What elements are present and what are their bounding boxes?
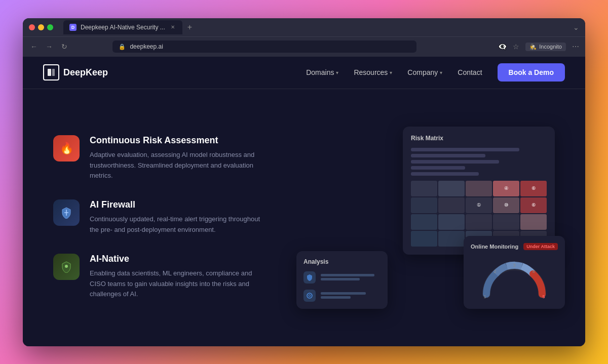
nav-links: Domains ▾ Resources ▾ Company ▾ Contact … bbox=[306, 63, 565, 82]
risk-matrix-card: Risk Matrix ④ ⑥ bbox=[403, 127, 555, 255]
logo-text: DeepKeep bbox=[63, 67, 108, 78]
privacy-icon[interactable]: 👁‍🗨 bbox=[498, 43, 507, 51]
expand-button[interactable]: ⌄ bbox=[573, 23, 579, 31]
tab-close-button[interactable]: ✕ bbox=[169, 24, 176, 31]
matrix-bar-1 bbox=[411, 148, 519, 151]
analysis-row-1 bbox=[303, 271, 381, 284]
browser-window: D Deepkeep AI-Native Security ... ✕ + ⌄ … bbox=[23, 18, 585, 346]
analysis-bars-1 bbox=[321, 274, 381, 280]
risk-cell: ④ bbox=[493, 181, 519, 196]
feature-text-firewall: AI Firewall Continuously updated, real-t… bbox=[90, 199, 266, 235]
risk-cell bbox=[466, 214, 492, 230]
nav-item-company[interactable]: Company ▾ bbox=[407, 68, 442, 76]
incognito-badge: 🕵 Incognito bbox=[525, 43, 566, 51]
monitoring-card: Online Monitoring Under Attack bbox=[464, 236, 565, 309]
website-content: DeepKeep Domains ▾ Resources ▾ Company ▾… bbox=[23, 57, 585, 346]
target-icon bbox=[303, 290, 316, 302]
risk-cell bbox=[466, 181, 492, 196]
refresh-button[interactable]: ↻ bbox=[59, 43, 69, 51]
matrix-bar-5 bbox=[411, 172, 479, 176]
feature-item-firewall: AI Firewall Continuously updated, real-t… bbox=[53, 199, 266, 235]
site-logo[interactable]: DeepKeep bbox=[43, 64, 108, 80]
svg-point-2 bbox=[65, 265, 68, 268]
browser-tab[interactable]: D Deepkeep AI-Native Security ... ✕ bbox=[63, 20, 182, 34]
risk-cell bbox=[411, 197, 437, 213]
svg-text:3: 3 bbox=[513, 263, 515, 268]
feature-desc-firewall: Continuously updated, real-time alert tr… bbox=[90, 214, 266, 235]
svg-text:5: 5 bbox=[542, 294, 545, 299]
address-field[interactable]: 🔒 deepkeep.ai bbox=[112, 41, 416, 53]
gauge-chart: 1 2 3 4 5 bbox=[479, 259, 550, 299]
book-demo-button[interactable]: Book a Demo bbox=[498, 63, 565, 82]
main-content: 🔥 Continuous Risk Assessment Adaptive ev… bbox=[23, 89, 585, 346]
tab-favicon: D bbox=[69, 24, 77, 31]
analysis-row-2 bbox=[303, 290, 381, 302]
svg-text:1: 1 bbox=[483, 294, 486, 299]
more-button[interactable]: ⋯ bbox=[572, 43, 579, 51]
feature-title-native: AI-Native bbox=[90, 254, 266, 264]
feature-item-native: AI-Native Enabling data scientists, ML e… bbox=[53, 254, 266, 300]
svg-point-3 bbox=[307, 293, 312, 298]
incognito-icon: 🕵 bbox=[529, 44, 537, 50]
svg-text:4: 4 bbox=[532, 269, 535, 274]
nav-item-domains[interactable]: Domains ▾ bbox=[306, 68, 338, 76]
new-tab-button[interactable]: + bbox=[184, 23, 195, 32]
matrix-bars bbox=[411, 148, 547, 176]
traffic-lights bbox=[29, 24, 53, 30]
forward-button[interactable]: → bbox=[44, 43, 54, 51]
svg-rect-1 bbox=[52, 69, 55, 76]
feature-text-native: AI-Native Enabling data scientists, ML e… bbox=[90, 254, 266, 300]
feature-desc-native: Enabling data scientists, ML engineers, … bbox=[90, 268, 266, 300]
analysis-bars-2 bbox=[321, 292, 381, 299]
matrix-bar-4 bbox=[411, 166, 465, 170]
traffic-light-green[interactable] bbox=[47, 24, 53, 30]
risk-cell: ① bbox=[466, 197, 492, 213]
risk-cell bbox=[438, 214, 465, 230]
features-list: 🔥 Continuous Risk Assessment Adaptive ev… bbox=[53, 135, 266, 300]
nav-item-contact[interactable]: Contact bbox=[458, 68, 482, 76]
traffic-light-yellow[interactable] bbox=[38, 24, 44, 30]
traffic-light-red[interactable] bbox=[29, 24, 35, 30]
risk-cell bbox=[438, 181, 465, 196]
risk-cell: ⑥ bbox=[520, 197, 547, 213]
monitoring-header: Online Monitoring Under Attack bbox=[471, 243, 558, 250]
analysis-bar bbox=[321, 292, 366, 295]
feature-title-firewall: AI Firewall bbox=[90, 199, 266, 210]
feature-text-risk: Continuous Risk Assessment Adaptive eval… bbox=[90, 135, 266, 181]
back-button[interactable]: ← bbox=[29, 43, 39, 51]
logo-icon bbox=[43, 64, 59, 80]
feature-item-risk: 🔥 Continuous Risk Assessment Adaptive ev… bbox=[53, 135, 266, 181]
risk-cell bbox=[493, 214, 519, 230]
svg-text:2: 2 bbox=[493, 269, 496, 274]
svg-rect-0 bbox=[48, 69, 51, 76]
risk-cell bbox=[411, 181, 437, 196]
feature-icon-firewall bbox=[53, 199, 80, 226]
title-bar: D Deepkeep AI-Native Security ... ✕ + ⌄ bbox=[23, 18, 585, 36]
risk-cell: ⑥ bbox=[520, 181, 547, 196]
feature-desc-risk: Adaptive evaluation, assessing AI model … bbox=[90, 150, 266, 181]
shield-icon bbox=[303, 271, 316, 284]
matrix-bar-3 bbox=[411, 160, 499, 164]
risk-cell bbox=[520, 214, 547, 230]
tab-bar: D Deepkeep AI-Native Security ... ✕ + bbox=[63, 20, 569, 34]
chevron-down-icon: ▾ bbox=[336, 70, 338, 75]
risk-cell: ⑩ bbox=[493, 197, 519, 213]
tab-label: Deepkeep AI-Native Security ... bbox=[81, 24, 165, 31]
incognito-label: Incognito bbox=[539, 44, 562, 50]
risk-cell bbox=[438, 197, 465, 213]
analysis-bar bbox=[321, 274, 374, 276]
star-icon[interactable]: ☆ bbox=[513, 43, 519, 51]
analysis-card: Analysis bbox=[296, 251, 388, 309]
address-text: deepkeep.ai bbox=[130, 43, 163, 50]
svg-point-4 bbox=[309, 295, 311, 297]
under-attack-badge: Under Attack bbox=[523, 243, 558, 250]
site-nav: DeepKeep Domains ▾ Resources ▾ Company ▾… bbox=[23, 57, 585, 89]
address-bar: ← → ↻ 🔒 deepkeep.ai 👁‍🗨 ☆ 🕵 Incognito ⋯ bbox=[23, 36, 585, 57]
risk-matrix-title: Risk Matrix bbox=[411, 135, 547, 142]
analysis-bar bbox=[321, 278, 360, 280]
analysis-title: Analysis bbox=[303, 258, 381, 265]
feature-icon-native bbox=[53, 254, 80, 280]
lock-icon: 🔒 bbox=[119, 44, 126, 50]
nav-item-resources[interactable]: Resources ▾ bbox=[354, 68, 392, 76]
risk-cell bbox=[411, 214, 437, 230]
